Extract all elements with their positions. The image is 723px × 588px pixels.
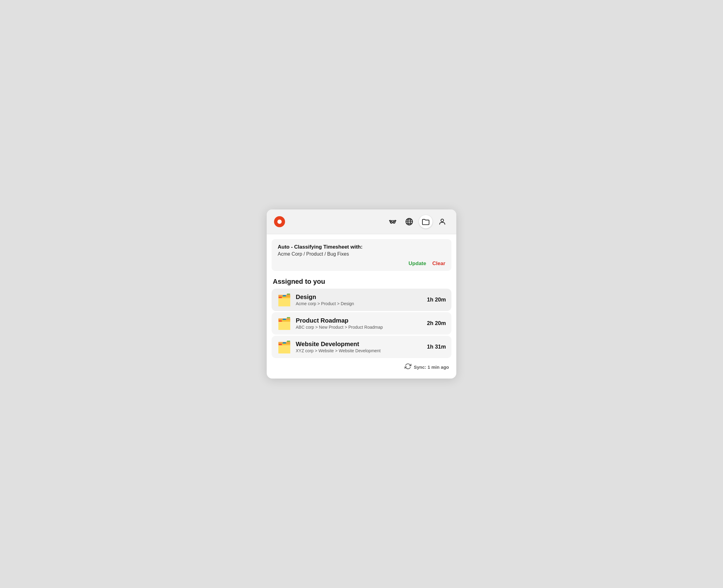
task-path: Acme corp > Product > Design	[296, 301, 423, 306]
auto-classify-path: Acme Corp / Product / Bug Fixes	[278, 251, 445, 257]
header-icons	[386, 215, 449, 228]
task-path: XYZ corp > Website > Website Development	[296, 348, 423, 353]
footer: Sync: 1 min ago	[267, 358, 456, 373]
task-info: Design Acme corp > Product > Design	[296, 294, 423, 306]
logo-inner	[277, 219, 282, 224]
task-list: 🗂️ Design Acme corp > Product > Design 1…	[267, 289, 456, 358]
app-logo	[274, 216, 285, 227]
task-duration: 1h 31m	[427, 344, 446, 350]
task-duration: 2h 20m	[427, 320, 446, 327]
task-duration: 1h 20m	[427, 297, 446, 303]
sync-label: Sync: 1 min ago	[414, 364, 449, 370]
task-info: Product Roadmap ABC corp > New Product >…	[296, 317, 423, 330]
auto-classify-banner: Auto - Classifying Timesheet with: Acme …	[272, 239, 451, 271]
update-button[interactable]: Update	[409, 260, 426, 267]
clear-button[interactable]: Clear	[432, 260, 445, 267]
globe-icon-button[interactable]	[402, 215, 416, 228]
task-item[interactable]: 🗂️ Product Roadmap ABC corp > New Produc…	[272, 312, 451, 335]
folder-icon-button[interactable]	[419, 215, 432, 228]
svg-point-7	[441, 219, 444, 222]
task-item[interactable]: 🗂️ Website Development XYZ corp > Websit…	[272, 336, 451, 358]
user-icon-button[interactable]	[435, 215, 449, 228]
sync-icon	[405, 363, 411, 371]
task-name: Design	[296, 294, 423, 300]
user-icon	[438, 218, 446, 226]
globe-icon	[405, 218, 413, 226]
auto-classify-actions: Update Clear	[278, 260, 445, 267]
folder-emoji-icon: 🗂️	[277, 294, 291, 306]
task-path: ABC corp > New Product > Product Roadmap	[296, 325, 423, 330]
auto-classify-title: Auto - Classifying Timesheet with:	[278, 244, 445, 250]
spy-icon	[389, 218, 397, 226]
task-item[interactable]: 🗂️ Design Acme corp > Product > Design 1…	[272, 289, 451, 311]
folder-emoji-icon: 🗂️	[277, 318, 291, 329]
folder-icon	[422, 218, 430, 226]
spy-icon-button[interactable]	[386, 215, 399, 228]
task-name: Website Development	[296, 341, 423, 348]
section-title: Assigned to you	[267, 271, 456, 289]
header	[267, 209, 456, 234]
folder-emoji-icon: 🗂️	[277, 341, 291, 353]
task-info: Website Development XYZ corp > Website >…	[296, 341, 423, 353]
task-name: Product Roadmap	[296, 317, 423, 324]
app-container: Auto - Classifying Timesheet with: Acme …	[267, 209, 456, 379]
